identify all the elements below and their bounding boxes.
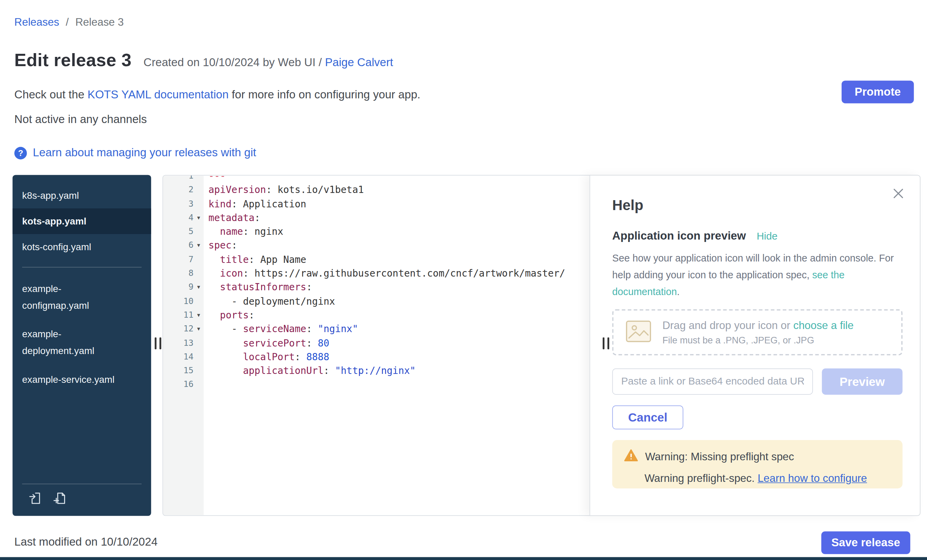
file-item[interactable]: kots-config.yaml — [13, 234, 151, 260]
line-number: 16 — [163, 378, 194, 392]
file-label: example-service.yaml — [22, 372, 114, 388]
line-number: 5 — [163, 225, 194, 238]
dropzone-instruction: Drag and drop your icon or choose a file — [663, 319, 854, 332]
file-item[interactable]: kots-app.yaml — [13, 208, 151, 234]
line-number: 12 — [163, 322, 194, 336]
code-token: --- — [208, 175, 226, 181]
file-label: k8s-app.yaml — [22, 189, 79, 203]
icon-preview-title: Application icon preview — [612, 229, 746, 242]
fold-toggle-icon[interactable]: ▾ — [193, 280, 204, 294]
git-help-row: ? Learn about managing your releases wit… — [14, 146, 256, 159]
learn-how-to-configure-link[interactable]: Learn how to configure — [758, 472, 867, 484]
line-number: 13 — [163, 336, 194, 350]
close-icon[interactable] — [892, 187, 904, 202]
warning-detail: Warning preflight-spec. Learn how to con… — [644, 472, 891, 485]
code-token — [208, 253, 220, 265]
sidebar-footer-divider — [22, 484, 141, 484]
sidebar-resize-handle[interactable] — [155, 337, 161, 349]
help-panel-resize-handle[interactable] — [603, 337, 609, 349]
file-label: example-deployment.yaml — [22, 326, 118, 360]
warning-detail-text: Warning preflight-spec. — [644, 472, 758, 484]
sidebar-icons — [13, 490, 151, 516]
dropzone-text: Drag and drop your icon or choose a file… — [663, 319, 854, 346]
icon-dropzone[interactable]: Drag and drop your icon or choose a file… — [612, 309, 903, 355]
kots-yaml-docs-link[interactable]: KOTS YAML documentation — [87, 88, 229, 101]
save-release-button[interactable]: Save release — [821, 531, 910, 554]
code-token — [208, 337, 243, 349]
icon-url-input[interactable] — [612, 369, 813, 395]
docs-hint: Check out the KOTS YAML documentation fo… — [14, 88, 420, 102]
editor-gutter-lines: 1234▾56▾789▾1011▾12▾13141516 — [163, 175, 204, 392]
code-token: : — [243, 226, 249, 237]
line-number: 3 — [163, 197, 194, 211]
gutter-line: 15 — [163, 364, 204, 378]
fold-spacer — [193, 175, 204, 183]
description-text: See how your application icon will look … — [612, 253, 894, 280]
line-number: 4 — [163, 211, 194, 225]
breadcrumb-current: Release 3 — [75, 16, 124, 28]
gutter-line: 12▾ — [163, 322, 204, 336]
preview-button[interactable]: Preview — [822, 369, 902, 395]
file-item[interactable]: example-configmap.yaml — [13, 275, 151, 320]
gutter-line: 1 — [163, 175, 204, 183]
promote-button[interactable]: Promote — [842, 80, 914, 103]
fold-toggle-icon[interactable]: ▾ — [193, 211, 204, 225]
code-token: : — [243, 268, 249, 279]
created-info: Created on 10/10/2024 by Web UI / Paige … — [144, 56, 393, 69]
fold-spacer — [193, 294, 204, 308]
fold-spacer — [193, 253, 204, 267]
cancel-button[interactable]: Cancel — [612, 405, 683, 429]
code-token: kots.io/v1beta1 — [272, 184, 364, 195]
breadcrumb: Releases / Release 3 — [14, 16, 124, 29]
help-panel: Help Application icon preview Hide See h… — [590, 175, 921, 516]
code-token: metadata — [208, 212, 254, 223]
file-label: kots-config.yaml — [22, 240, 91, 253]
line-number: 9 — [163, 280, 194, 294]
file-item[interactable]: example-service.yaml — [13, 365, 151, 394]
code-token: : — [249, 309, 255, 320]
code-token: : — [306, 323, 312, 334]
warning-text: Warning: Missing preflight spec — [645, 451, 794, 463]
code-token: statusInformers — [220, 281, 307, 293]
line-number: 15 — [163, 364, 194, 378]
gutter-line: 2 — [163, 183, 204, 197]
fold-spacer — [193, 364, 204, 378]
code-token: https://raw.githubusercontent.com/cncf/a… — [249, 268, 565, 279]
sidebar-footer — [13, 484, 151, 516]
code-token: title — [220, 253, 249, 265]
gutter-line: 3 — [163, 197, 204, 211]
code-token: - — [208, 323, 243, 334]
fold-toggle-icon[interactable]: ▾ — [193, 322, 204, 336]
title-row: Edit release 3 Created on 10/10/2024 by … — [14, 50, 393, 70]
fold-spacer — [193, 378, 204, 392]
fold-toggle-icon[interactable]: ▾ — [193, 308, 204, 322]
file-item[interactable]: k8s-app.yaml — [13, 183, 151, 208]
fold-toggle-icon[interactable]: ▾ — [193, 238, 204, 253]
git-releases-help-link[interactable]: Learn about managing your releases with … — [33, 146, 256, 159]
description-suffix: . — [677, 286, 679, 297]
new-file-icon[interactable] — [52, 492, 66, 508]
code-token: : — [249, 253, 255, 265]
line-number: 1 — [163, 175, 194, 183]
hide-link[interactable]: Hide — [757, 231, 778, 243]
help-panel-title: Help — [612, 197, 903, 214]
choose-file-link[interactable]: choose a file — [793, 319, 854, 331]
upload-file-icon[interactable] — [28, 492, 42, 508]
created-by-link[interactable]: Paige Calvert — [325, 56, 393, 69]
code-token: servicePort — [243, 337, 307, 349]
code-token: : — [231, 198, 237, 209]
code-token: 80 — [312, 337, 329, 349]
gutter-line: 8 — [163, 266, 204, 280]
sidebar-divider — [22, 267, 141, 268]
code-token: icon — [220, 268, 243, 279]
code-token: : — [266, 184, 272, 195]
docs-hint-prefix: Check out the — [14, 88, 87, 101]
dropzone-hint: File must be a .PNG, .JPEG, or .JPG — [663, 335, 854, 346]
breadcrumb-releases-link[interactable]: Releases — [14, 16, 59, 28]
fold-spacer — [193, 183, 204, 197]
file-item[interactable]: example-deployment.yaml — [13, 320, 151, 365]
file-label: example-configmap.yaml — [22, 281, 118, 314]
code-token — [208, 268, 220, 279]
code-token: apiVersion — [208, 184, 266, 195]
code-token: ports — [220, 309, 249, 320]
